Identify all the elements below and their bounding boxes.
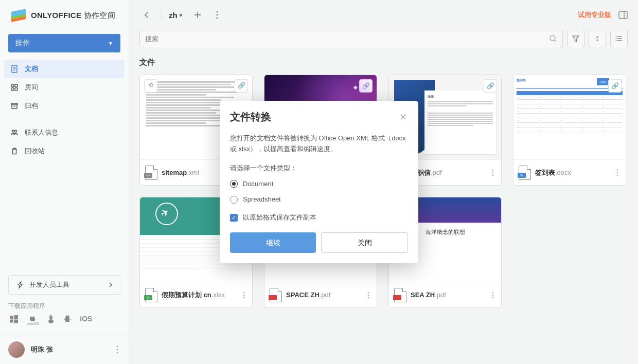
file-thumbnail: 🔗 签到表LOGO⚇⚇ ————————————————————————————… bbox=[513, 75, 626, 159]
file-footer: SEA ZH.pdf bbox=[389, 282, 501, 307]
svg-point-56 bbox=[243, 297, 245, 298]
modal-title: 文件转换 bbox=[230, 110, 271, 124]
android-icon[interactable] bbox=[63, 315, 72, 325]
sidebar-item-archive[interactable]: 归档 bbox=[4, 97, 125, 115]
file-more-button[interactable] bbox=[365, 289, 371, 301]
file-conversion-modal: 文件转换 ✕ 您打开的文档文件将被转换为 Office Open XML 格式（… bbox=[220, 101, 418, 263]
svg-point-23 bbox=[70, 319, 71, 320]
sidebar: ONLYOFFICE 协作空间 操作 ▼ 文档 房间 归档 联系人信息 回收站 bbox=[0, 0, 129, 364]
svg-rect-4 bbox=[11, 84, 14, 87]
link-icon[interactable]: 🔗 bbox=[484, 79, 497, 93]
ios-icon[interactable]: iOS bbox=[80, 315, 92, 325]
svg-point-17 bbox=[49, 315, 52, 319]
brand-logo[interactable]: ONLYOFFICE 协作空间 bbox=[0, 0, 129, 29]
sidebar-item-label: 文档 bbox=[25, 64, 38, 74]
svg-point-58 bbox=[368, 294, 369, 296]
search-input[interactable] bbox=[145, 35, 549, 43]
svg-point-30 bbox=[216, 14, 218, 16]
file-more-button[interactable] bbox=[241, 289, 247, 301]
search-box[interactable] bbox=[139, 30, 563, 47]
chevron-right-icon bbox=[109, 282, 113, 288]
file-name: SEA ZH.pdf bbox=[411, 291, 486, 299]
svg-point-54 bbox=[243, 292, 245, 293]
radio-spreadsheet[interactable]: Spreadsheet bbox=[230, 194, 408, 205]
refresh-icon[interactable]: ⟲ bbox=[144, 79, 157, 93]
svg-point-49 bbox=[492, 172, 494, 173]
link-icon[interactable]: 🔗 bbox=[359, 79, 373, 93]
svg-point-60 bbox=[492, 292, 494, 293]
sidebar-item-contacts[interactable]: 联系人信息 bbox=[4, 123, 125, 142]
file-type-icon bbox=[270, 288, 282, 302]
file-name: 辞职信.pdf bbox=[411, 168, 486, 177]
file-name: SPACE ZH.pdf bbox=[286, 291, 361, 299]
platform-icons: macOS iOS bbox=[0, 315, 129, 335]
dev-tools-label: 开发人员工具 bbox=[29, 280, 69, 289]
svg-point-28 bbox=[117, 352, 118, 354]
continue-button[interactable]: 继续 bbox=[230, 232, 316, 253]
action-label: 操作 bbox=[15, 39, 30, 48]
svg-point-48 bbox=[492, 169, 494, 171]
link-icon[interactable]: 🔗 bbox=[235, 79, 248, 93]
download-apps-label: 下载应用程序 bbox=[0, 302, 129, 315]
sidebar-item-documents[interactable]: 文档 bbox=[4, 60, 125, 78]
more-button[interactable] bbox=[210, 8, 224, 22]
svg-point-27 bbox=[117, 349, 118, 351]
file-type-icon: W bbox=[519, 166, 531, 180]
dev-tools-button[interactable]: 开发人员工具 bbox=[8, 275, 120, 295]
radio-document[interactable]: Document bbox=[230, 179, 408, 190]
avatar[interactable] bbox=[8, 341, 25, 358]
onlyoffice-logo-icon bbox=[11, 9, 26, 22]
sidebar-item-trash[interactable]: 回收站 bbox=[4, 142, 125, 160]
svg-point-50 bbox=[492, 174, 494, 176]
trial-link[interactable]: 试用专业版 bbox=[578, 10, 611, 20]
brand-name: ONLYOFFICE 协作空间 bbox=[31, 11, 115, 21]
filter-button[interactable] bbox=[567, 30, 584, 47]
macos-icon[interactable]: macOS bbox=[27, 315, 39, 325]
radio-icon bbox=[230, 196, 238, 204]
sidebar-item-label: 归档 bbox=[25, 101, 38, 111]
add-button[interactable] bbox=[190, 8, 205, 22]
svg-point-40 bbox=[616, 38, 617, 39]
view-list-button[interactable] bbox=[610, 30, 628, 47]
document-icon bbox=[10, 65, 19, 73]
back-button[interactable] bbox=[139, 8, 154, 22]
keep-copy-checkbox[interactable]: ✓ 以原始格式保存文件副本 bbox=[230, 212, 408, 223]
svg-point-20 bbox=[51, 316, 52, 317]
svg-point-53 bbox=[617, 174, 618, 176]
panel-icon[interactable] bbox=[618, 11, 628, 19]
user-menu-button[interactable] bbox=[114, 343, 120, 356]
toolbar bbox=[129, 30, 638, 54]
modal-description: 您打开的文档文件将被转换为 Office Open XML 格式（docx 或 … bbox=[230, 133, 408, 155]
file-more-button[interactable] bbox=[614, 167, 621, 178]
svg-rect-5 bbox=[15, 84, 17, 87]
link-icon[interactable]: 🔗 bbox=[608, 79, 622, 93]
svg-point-39 bbox=[616, 36, 617, 37]
file-more-button[interactable] bbox=[490, 167, 496, 178]
file-type-icon: <> bbox=[145, 166, 157, 180]
trash-icon bbox=[10, 147, 19, 155]
svg-point-22 bbox=[64, 319, 65, 320]
file-more-button[interactable] bbox=[490, 289, 496, 301]
svg-point-34 bbox=[550, 35, 555, 41]
close-button[interactable]: 关闭 bbox=[321, 232, 408, 253]
radio-icon bbox=[230, 180, 238, 188]
file-card[interactable]: 🔗 签到表LOGO⚇⚇ ————————————————————————————… bbox=[513, 75, 626, 186]
breadcrumb[interactable]: zh ▾ bbox=[169, 11, 182, 20]
svg-rect-15 bbox=[10, 320, 13, 323]
windows-icon[interactable] bbox=[9, 315, 19, 325]
linux-icon[interactable] bbox=[47, 315, 55, 325]
sort-button[interactable] bbox=[589, 30, 606, 47]
close-icon[interactable]: ✕ bbox=[398, 111, 408, 124]
svg-point-31 bbox=[216, 17, 218, 19]
radio-label: Spreadsheet bbox=[243, 194, 281, 205]
section-title: 文件 bbox=[129, 54, 638, 75]
chevron-down-icon: ▼ bbox=[108, 41, 113, 46]
sidebar-item-rooms[interactable]: 房间 bbox=[4, 78, 125, 97]
svg-rect-21 bbox=[65, 318, 69, 322]
action-dropdown[interactable]: 操作 ▼ bbox=[8, 34, 120, 52]
svg-rect-6 bbox=[11, 88, 14, 90]
topbar: zh ▾ 试用专业版 bbox=[129, 0, 638, 30]
file-name: 签到表.docx bbox=[535, 168, 610, 177]
file-footer: SPACE ZH.pdf bbox=[264, 282, 377, 307]
svg-point-12 bbox=[15, 130, 17, 132]
